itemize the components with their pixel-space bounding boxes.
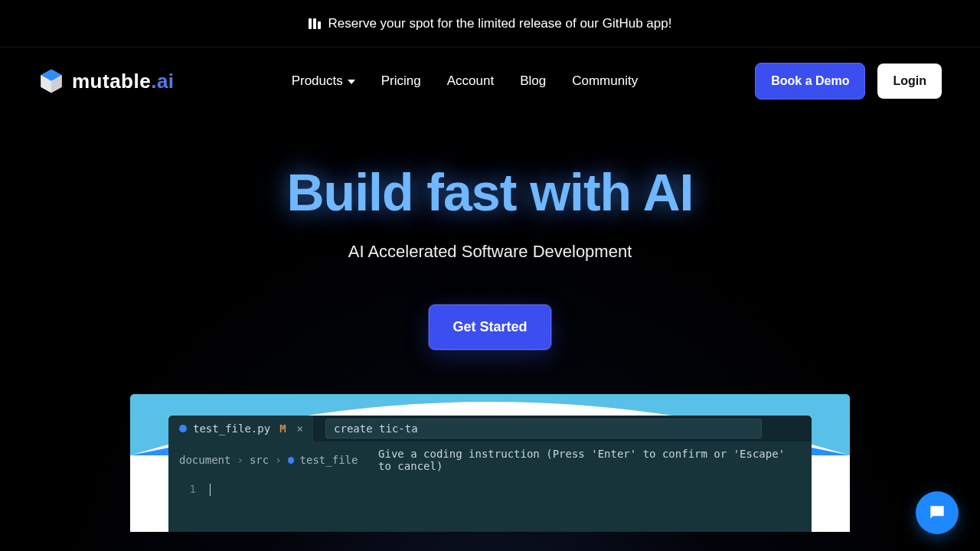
command-input[interactable] xyxy=(325,419,762,439)
ide-gutter: 1 xyxy=(168,481,204,532)
nav-buttons: Book a Demo Login xyxy=(755,63,942,99)
brand-logo[interactable]: mutable.ai xyxy=(38,68,175,94)
login-button[interactable]: Login xyxy=(877,64,942,99)
breadcrumb-item[interactable]: document xyxy=(179,454,230,466)
nav-pricing[interactable]: Pricing xyxy=(381,73,421,89)
ide-breadcrumb: document › src › test_file Give a coding… xyxy=(168,442,812,472)
nav-account[interactable]: Account xyxy=(447,73,494,89)
ide-command-bar xyxy=(315,416,812,442)
nav-links: Products Pricing Account Blog Community xyxy=(292,73,639,89)
hero-headline: Build fast with AI xyxy=(0,162,980,222)
chevron-down-icon xyxy=(348,80,355,84)
logo-text: mutable.ai xyxy=(72,70,175,93)
logo-icon xyxy=(38,68,64,94)
nav-blog[interactable]: Blog xyxy=(520,73,546,89)
chat-button[interactable] xyxy=(916,491,959,534)
hero-subhead: AI Accelerated Software Development xyxy=(0,242,980,262)
ide-tabbar: test_file.py M × xyxy=(168,416,812,442)
ide-code-area[interactable] xyxy=(204,481,812,532)
nav-products-label: Products xyxy=(292,73,343,89)
tab-filename: test_file.py xyxy=(193,422,270,435)
nav-community[interactable]: Community xyxy=(572,73,638,89)
line-number: 1 xyxy=(168,483,196,495)
ide-window: test_file.py M × document › src › test_f… xyxy=(168,416,812,532)
nav-products[interactable]: Products xyxy=(292,73,355,89)
breadcrumb-item[interactable]: src xyxy=(250,454,269,466)
python-file-icon xyxy=(179,425,187,432)
tab-modified-badge: M xyxy=(279,422,286,435)
python-file-icon xyxy=(288,457,294,464)
hero-section: Build fast with AI AI Accelerated Softwa… xyxy=(0,162,980,350)
command-hint: Give a coding instruction (Press 'Enter'… xyxy=(378,448,801,472)
ide-tab[interactable]: test_file.py M × xyxy=(168,416,315,442)
chat-icon xyxy=(927,503,947,523)
cursor-icon xyxy=(210,484,211,496)
get-started-button[interactable]: Get Started xyxy=(429,305,550,350)
close-icon[interactable]: × xyxy=(297,422,303,435)
announcement-bar[interactable]: Reserve your spot for the limited releas… xyxy=(0,0,980,47)
demo-preview: test_file.py M × document › src › test_f… xyxy=(130,394,850,532)
book-icon xyxy=(309,18,321,29)
book-demo-button[interactable]: Book a Demo xyxy=(755,63,865,99)
breadcrumb-item[interactable]: test_file xyxy=(300,454,358,466)
announcement-text: Reserve your spot for the limited releas… xyxy=(328,16,672,31)
main-nav: mutable.ai Products Pricing Account Blog… xyxy=(0,47,980,99)
